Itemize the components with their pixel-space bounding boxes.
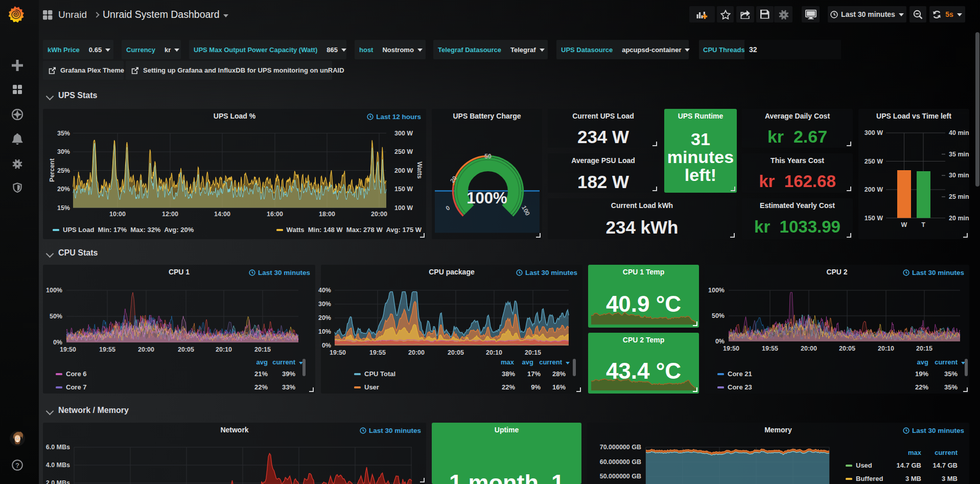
svg-text:?: ? (15, 462, 19, 469)
